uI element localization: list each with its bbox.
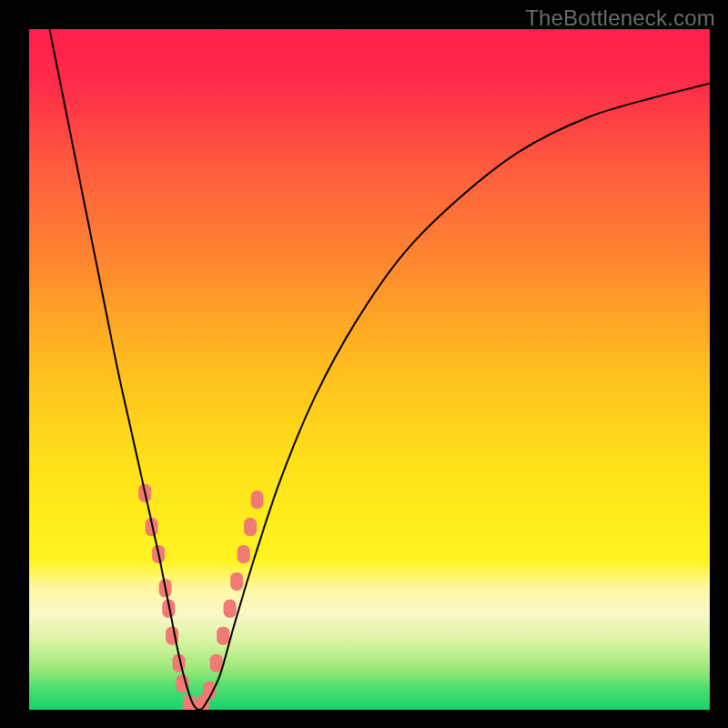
marker-point [230,572,243,591]
marker-point [217,627,229,645]
marker-point [238,545,250,563]
chart-frame: TheBottleneck.com [0,0,728,728]
marker-point [210,654,223,672]
marker-point [244,518,257,536]
marker-point [251,490,264,509]
markers-layer [138,484,263,710]
marker-point [224,600,237,618]
plot-area [29,29,710,710]
bottleneck-curve [49,29,710,710]
curve-layer [29,29,710,710]
watermark-text: TheBottleneck.com [525,5,715,31]
